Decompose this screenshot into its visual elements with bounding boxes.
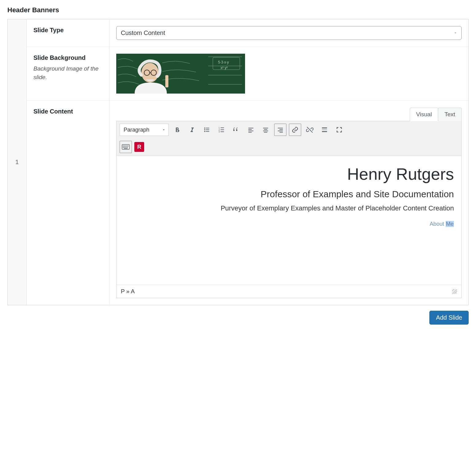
tab-visual[interactable]: Visual	[410, 108, 438, 121]
link-icon[interactable]	[289, 124, 301, 136]
align-right-icon[interactable]	[274, 124, 286, 136]
field-body: 5·3·x·y x² y²	[109, 47, 468, 100]
svg-rect-44	[124, 147, 125, 148]
field-slide-background: Slide Background Background Image of the…	[27, 47, 468, 101]
content-link[interactable]: About Me	[430, 221, 454, 227]
svg-rect-42	[128, 146, 129, 147]
svg-rect-30	[279, 129, 283, 130]
slide-type-select-wrap: Custom Content	[116, 26, 462, 40]
content-heading: Henry Rutgers	[124, 164, 454, 183]
svg-rect-43	[123, 147, 124, 148]
keyboard-icon[interactable]	[120, 141, 132, 153]
svg-rect-12	[206, 128, 209, 129]
svg-rect-28	[264, 132, 267, 133]
svg-rect-18	[221, 128, 224, 128]
svg-point-10	[204, 129, 205, 130]
svg-rect-23	[248, 131, 254, 131]
slide-row: 1 Slide Type Custom Content	[8, 19, 468, 305]
svg-rect-40	[125, 146, 126, 147]
tab-text[interactable]: Text	[438, 108, 462, 121]
element-path[interactable]: P » A	[121, 288, 135, 295]
svg-rect-36	[322, 131, 327, 132]
svg-text:3: 3	[219, 131, 220, 133]
svg-rect-20	[221, 132, 224, 132]
svg-rect-27	[263, 131, 268, 131]
field-label: Slide Type	[27, 19, 109, 47]
svg-rect-22	[248, 129, 252, 130]
bold-icon[interactable]	[171, 124, 183, 136]
link-text: About	[430, 221, 446, 227]
svg-rect-29	[278, 128, 283, 129]
content-subheading: Professor of Examples and Site Documenta…	[124, 189, 454, 199]
slide-type-select[interactable]: Custom Content	[116, 26, 462, 40]
content-tagline: Purveyor of Exemplary Examples and Maste…	[124, 204, 454, 212]
svg-rect-41	[127, 146, 128, 147]
svg-rect-14	[206, 131, 209, 132]
svg-rect-8	[165, 75, 168, 87]
editor-toolbar: Paragraph	[117, 121, 461, 156]
section-title: Header Banners	[7, 6, 469, 14]
svg-text:x² y²: x² y²	[221, 66, 228, 70]
footer-actions: Add Slide	[7, 311, 469, 325]
svg-text:5·3·x·y: 5·3·x·y	[218, 60, 229, 64]
format-selected-label: Paragraph	[124, 127, 149, 133]
label-title: Slide Content	[33, 107, 102, 116]
svg-rect-35	[322, 129, 327, 130]
fullscreen-icon[interactable]	[333, 124, 345, 136]
svg-rect-31	[278, 131, 283, 131]
svg-point-9	[204, 128, 205, 129]
svg-rect-45	[125, 147, 126, 148]
editor-shell: Paragraph	[116, 121, 462, 298]
editor-tabs: Visual Text	[116, 107, 462, 121]
field-body: Custom Content	[109, 19, 468, 47]
svg-rect-38	[123, 146, 124, 147]
svg-rect-0	[116, 54, 245, 94]
label-title: Slide Background	[33, 54, 102, 62]
numbered-list-icon[interactable]: 123	[215, 124, 228, 136]
label-description: Background Image of the slide.	[33, 64, 102, 81]
format-select[interactable]: Paragraph	[120, 124, 169, 136]
italic-icon[interactable]	[186, 124, 198, 136]
svg-rect-47	[124, 148, 128, 149]
svg-rect-46	[127, 147, 128, 148]
unlink-icon[interactable]	[304, 124, 316, 136]
chevron-down-icon	[162, 127, 165, 133]
field-slide-type: Slide Type Custom Content	[27, 19, 468, 47]
add-slide-button[interactable]: Add Slide	[429, 311, 469, 325]
align-center-icon[interactable]	[259, 124, 272, 136]
resize-handle[interactable]	[452, 289, 457, 294]
svg-rect-34	[322, 128, 327, 129]
svg-rect-21	[248, 128, 254, 129]
field-body: Visual Text Paragraph	[109, 101, 468, 305]
svg-rect-24	[248, 132, 252, 133]
label-title: Slide Type	[33, 26, 102, 34]
field-label: Slide Background Background Image of the…	[27, 47, 109, 100]
field-slide-content: Slide Content Visual Text Paragraph	[27, 101, 468, 305]
text-selection: Me	[446, 221, 454, 227]
rutgers-icon[interactable]: R	[134, 142, 144, 152]
editor-statusbar: P » A	[117, 285, 461, 298]
svg-rect-13	[206, 129, 209, 130]
background-image-thumbnail[interactable]: 5·3·x·y x² y²	[116, 54, 245, 94]
svg-rect-26	[264, 129, 267, 130]
blockquote-icon[interactable]	[230, 124, 242, 136]
field-label: Slide Content	[27, 101, 109, 305]
read-more-icon[interactable]	[318, 124, 331, 136]
svg-rect-39	[124, 146, 125, 147]
svg-rect-32	[279, 132, 283, 133]
bulleted-list-icon[interactable]	[201, 124, 213, 136]
slides-panel: 1 Slide Type Custom Content	[7, 19, 469, 305]
svg-point-11	[204, 131, 205, 132]
editor-body[interactable]: Henry Rutgers Professor of Examples and …	[117, 156, 461, 285]
slide-fields: Slide Type Custom Content Slide Backgrou…	[27, 19, 468, 305]
align-left-icon[interactable]	[245, 124, 257, 136]
slide-number: 1	[8, 19, 27, 305]
svg-rect-25	[263, 128, 268, 129]
svg-rect-19	[221, 129, 224, 130]
